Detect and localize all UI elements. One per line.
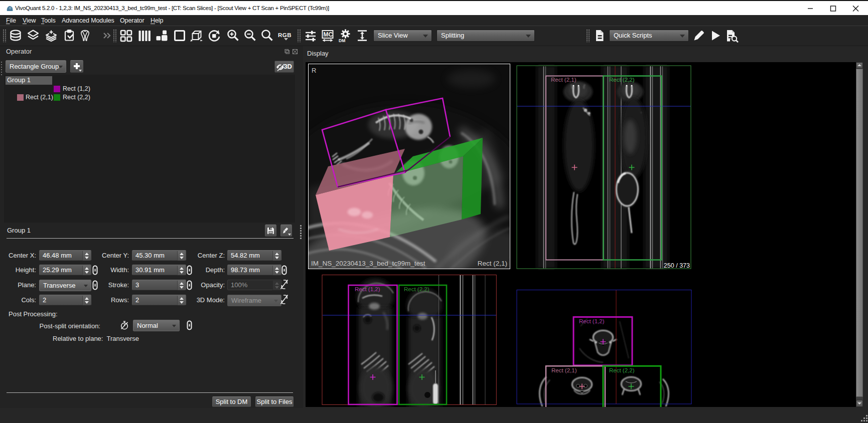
svg-text:Rect (2,1): Rect (2,1) [478, 260, 507, 267]
svg-text:MC: MC [324, 31, 333, 38]
svg-text:Rect (2,2): Rect (2,2) [609, 77, 635, 83]
svg-text:RGB: RGB [278, 32, 292, 38]
svg-text:Rect (2,2): Rect (2,2) [609, 367, 635, 373]
svg-text:Rect (1,2): Rect (1,2) [355, 286, 380, 292]
svg-text:IM_NS_20230413_3_bed_tc99m_tes: IM_NS_20230413_3_bed_tc99m_test [311, 260, 425, 267]
svg-text:Rect (2,2): Rect (2,2) [404, 286, 429, 292]
svg-text:R: R [312, 67, 316, 74]
svg-text:DM: DM [339, 38, 345, 43]
svg-text:250 / 373: 250 / 373 [664, 262, 690, 269]
svg-text:Rect (1,2): Rect (1,2) [579, 318, 605, 324]
svg-text:Rect (2,1): Rect (2,1) [551, 77, 576, 83]
svg-text:Rect (2,1): Rect (2,1) [551, 367, 577, 373]
